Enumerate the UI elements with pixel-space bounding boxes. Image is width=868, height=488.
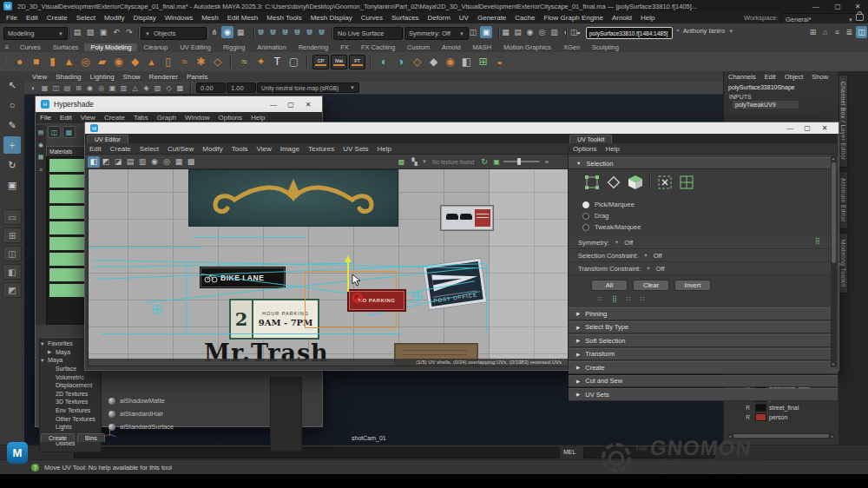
shrink-selection-icon[interactable]: ∷ bbox=[598, 295, 603, 303]
constraint-row[interactable]: Symmetry: ▼ Off bbox=[569, 236, 838, 249]
ao-icon[interactable]: △ bbox=[129, 82, 141, 93]
shelf-tab[interactable]: Curves bbox=[14, 43, 47, 51]
menu-item[interactable]: Windows bbox=[161, 14, 197, 22]
close-icon[interactable]: ✕ bbox=[299, 101, 317, 109]
constraint-row[interactable]: Selection Constraint: ▼ Off bbox=[569, 249, 838, 262]
minimize-icon[interactable]: — bbox=[265, 101, 282, 109]
poly-cube-icon[interactable]: ■ bbox=[28, 54, 44, 70]
redo-icon[interactable]: ↷ bbox=[123, 26, 135, 38]
image-plane-icon[interactable]: ⊞ bbox=[73, 82, 84, 93]
selection-section-header[interactable]: ▼ Selection bbox=[569, 157, 838, 169]
maximize-icon[interactable]: ▢ bbox=[282, 101, 299, 109]
hypershade-menu-item[interactable]: Create bbox=[100, 114, 129, 122]
poly-soccerball-icon[interactable]: ◇ bbox=[209, 54, 226, 70]
menu-set-selector[interactable]: Modeling▼ bbox=[3, 27, 68, 40]
uv-texture-sign-bike-lane[interactable]: BIKE LANE bbox=[200, 267, 286, 288]
channel-box-menu-item[interactable]: Show bbox=[807, 73, 832, 81]
shelf-handle[interactable]: ⋮ bbox=[2, 58, 10, 65]
poly-plane-icon[interactable]: ▰ bbox=[94, 54, 110, 70]
paint-select-tool[interactable]: ✎ bbox=[3, 116, 21, 134]
browser-tab-icon[interactable]: ◫ bbox=[48, 126, 61, 138]
type-tool-icon[interactable]: T bbox=[269, 54, 286, 70]
menu-item[interactable]: Select bbox=[72, 14, 100, 22]
persp-outliner-layout[interactable]: ◧ bbox=[3, 264, 22, 280]
select-component-icon[interactable]: ▦ bbox=[234, 26, 247, 38]
menu-item[interactable]: Arnold bbox=[608, 14, 636, 22]
textures-filter-icon[interactable]: ▦ bbox=[36, 153, 45, 162]
lock-camera-icon[interactable]: ▦ bbox=[39, 82, 50, 93]
uv-texture-sign-no-parking[interactable]: NO PARKING bbox=[347, 289, 406, 312]
shelf-tab[interactable]: FX bbox=[334, 43, 355, 51]
uv-toolkit-menu-item[interactable]: Options bbox=[569, 145, 602, 153]
dual-pane-icon[interactable]: ◫ bbox=[568, 26, 580, 38]
poly-helix-icon[interactable]: ≈ bbox=[176, 54, 193, 70]
texture-display-icon[interactable]: ▩ bbox=[396, 156, 407, 167]
select-action-button[interactable]: Invert bbox=[674, 280, 711, 291]
material-swatch[interactable] bbox=[49, 252, 85, 267]
create-tab-icon[interactable]: ▦ bbox=[62, 126, 76, 138]
poly-pyramid-icon[interactable]: ▴ bbox=[143, 54, 160, 70]
maximize-icon[interactable]: ▢ bbox=[829, 3, 846, 10]
shape-node-label[interactable]: polySurface33810Shape bbox=[724, 82, 839, 92]
uv-grab-tool-icon[interactable]: ▤ bbox=[124, 156, 136, 168]
layer-row[interactable]: R person bbox=[724, 412, 839, 422]
uv-editor-menu-item[interactable]: Create bbox=[106, 145, 135, 153]
booleans-icon[interactable]: ◒ bbox=[491, 54, 508, 70]
poly-gear-icon[interactable]: ✱ bbox=[193, 54, 209, 70]
menu-item[interactable]: Create bbox=[43, 14, 72, 22]
uv-toolkit-menu-item[interactable]: Help bbox=[602, 145, 624, 153]
menu-item[interactable]: UV bbox=[455, 14, 473, 22]
uv-smudge-tool-icon[interactable]: ◉ bbox=[148, 156, 161, 168]
construction-history-icon[interactable]: ▣ bbox=[480, 26, 492, 38]
scroll-right-icon[interactable]: ► bbox=[831, 434, 835, 439]
outline-icon[interactable]: ≣ bbox=[844, 26, 855, 38]
sort-icon[interactable]: ≡ bbox=[832, 26, 843, 38]
material-browser-item[interactable]: aiStandardHair bbox=[105, 407, 235, 420]
shadows-icon[interactable]: ▥ bbox=[118, 82, 129, 93]
command-input-field[interactable] bbox=[74, 447, 560, 458]
quad-draw-icon[interactable]: ◇ bbox=[409, 54, 425, 70]
menu-item[interactable]: Mesh bbox=[197, 14, 223, 22]
uv-cut-tool-icon[interactable]: ▦ bbox=[173, 156, 185, 168]
poly-disc-icon[interactable]: ◉ bbox=[110, 54, 127, 70]
poly-pipe-icon[interactable]: ▯ bbox=[160, 54, 176, 70]
panel-layout-icon[interactable]: ◫ bbox=[856, 26, 867, 38]
create-category[interactable]: Volumetric bbox=[40, 373, 101, 381]
menu-item[interactable]: Edit bbox=[22, 14, 43, 22]
scroll-down-icon[interactable]: ▼ bbox=[832, 362, 835, 366]
expand-toolbar-icon[interactable]: » bbox=[542, 156, 552, 167]
menu-item[interactable]: File bbox=[2, 14, 22, 22]
select-action-button[interactable]: All bbox=[591, 280, 628, 291]
shelf-tab[interactable]: XGen bbox=[557, 43, 586, 51]
hypershade-menu-item[interactable]: View bbox=[76, 114, 100, 122]
create-category[interactable]: Displacement bbox=[40, 381, 101, 390]
exposure-field[interactable]: 0.00 bbox=[196, 82, 226, 93]
material-swatch[interactable] bbox=[49, 189, 85, 204]
menu-item[interactable]: Display bbox=[129, 14, 161, 22]
menu-item[interactable]: Cache bbox=[510, 14, 539, 22]
snapshot-icon[interactable]: ▤ bbox=[512, 26, 523, 38]
uv-mode-icon[interactable] bbox=[657, 175, 673, 190]
panel-menu-item[interactable]: Shading bbox=[51, 73, 85, 81]
live-surface-field[interactable]: No Live Surface bbox=[333, 27, 403, 40]
material-swatch[interactable] bbox=[49, 283, 85, 298]
hypershade-menu-item[interactable]: File bbox=[36, 114, 56, 122]
layer-row[interactable]: R street_final bbox=[724, 403, 839, 412]
create-category[interactable]: Lights bbox=[40, 423, 101, 432]
open-scene-icon[interactable]: ▨ bbox=[84, 26, 96, 38]
menu-item[interactable]: Mesh Display bbox=[306, 14, 357, 22]
toolkit-section-header[interactable]: ▶ Cut and Sew bbox=[569, 375, 838, 388]
gamma-field[interactable]: 1.00 bbox=[227, 82, 256, 93]
hypershade-menu-item[interactable]: Options bbox=[214, 114, 247, 122]
layer-color-swatch[interactable] bbox=[755, 413, 766, 421]
uv-editor-menu-item[interactable]: Help bbox=[373, 145, 396, 153]
select-camera-icon[interactable]: ◐ bbox=[28, 82, 39, 93]
multi-cut-icon[interactable]: ◆ bbox=[425, 54, 442, 70]
render-frame-icon[interactable]: ◉ bbox=[524, 26, 536, 38]
uv-texture-sign-ornament[interactable] bbox=[188, 169, 398, 227]
snap-grid-icon[interactable]: ⋓ bbox=[255, 26, 266, 38]
hypershade-bottom-tab[interactable]: Create bbox=[41, 433, 75, 442]
uv-move-tool-icon[interactable]: ◩ bbox=[100, 156, 112, 168]
toolkit-section-header[interactable]: ▶ UV Sets bbox=[569, 388, 838, 401]
select-hierarchy-icon[interactable]: ⋔ bbox=[208, 26, 220, 38]
